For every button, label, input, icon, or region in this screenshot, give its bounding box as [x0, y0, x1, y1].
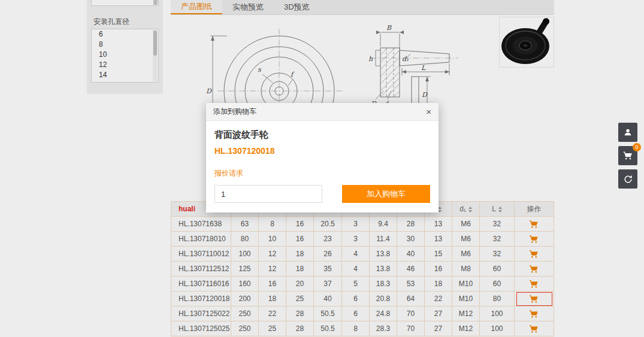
- table-row: HL.1307116016160162037518.35318M1060: [171, 277, 554, 292]
- cart-button[interactable]: 0: [618, 146, 637, 165]
- value-cell: 25: [259, 321, 286, 336]
- value-cell: 18: [286, 262, 314, 277]
- add-to-cart-icon[interactable]: [517, 218, 552, 230]
- tab-photo-preview[interactable]: 实物预览: [222, 0, 274, 14]
- value-cell: M8: [452, 262, 480, 277]
- hole-diameter-listbox[interactable]: 6 8 10 12 14: [91, 29, 159, 83]
- listbox-option[interactable]: 12: [92, 60, 158, 70]
- model-cell: HL.130718010: [171, 232, 231, 247]
- product-code: HL.1307120018: [214, 146, 430, 156]
- add-to-cart-icon[interactable]: [517, 248, 552, 260]
- add-to-cart-modal: 添加到购物车 × 背面波纹手轮 HL.1307120018 报价请求 加入购物车: [206, 103, 439, 212]
- dim-label-L: L: [421, 64, 426, 72]
- value-cell: 3: [342, 232, 370, 247]
- value-cell: 8: [259, 217, 286, 232]
- column-header-L[interactable]: L: [480, 202, 515, 217]
- value-cell: 25: [286, 292, 314, 306]
- cart-icon: [529, 250, 539, 259]
- scrollbar-track[interactable]: [153, 30, 158, 81]
- value-cell: M12: [452, 306, 480, 321]
- value-cell: 37: [314, 277, 342, 292]
- value-cell: 35: [314, 262, 342, 277]
- op-cell: [515, 217, 554, 232]
- value-cell: 8: [342, 321, 370, 336]
- value-cell: 13.8: [370, 262, 397, 277]
- model-cell: HL.1307125022: [171, 306, 231, 321]
- filter-listbox-cutoff[interactable]: [91, 0, 159, 6]
- add-to-cart-icon[interactable]: [517, 263, 552, 275]
- page: 安装孔直径 6 8 10 12 14 产品图纸 实物预览 3D预览: [0, 0, 644, 337]
- tab-product-drawing[interactable]: 产品图纸: [171, 0, 222, 14]
- value-cell: 40: [314, 292, 342, 306]
- scrollbar-thumb[interactable]: [153, 0, 158, 5]
- value-cell: 12: [259, 247, 286, 262]
- dim-label-B: B: [386, 24, 392, 32]
- value-cell: 6: [342, 292, 370, 306]
- value-cell: 13.8: [370, 247, 397, 262]
- value-cell: 125: [231, 262, 259, 277]
- value-cell: 32: [480, 247, 515, 262]
- add-to-cart-button[interactable]: 加入购物车: [342, 185, 430, 203]
- add-to-cart-icon[interactable]: [517, 308, 552, 320]
- column-header-d1[interactable]: d₁: [452, 202, 480, 217]
- product-name: 背面波纹手轮: [214, 129, 430, 141]
- tabs-bar: 产品图纸 实物预览 3D预览: [171, 0, 554, 15]
- dim-label-f: f: [291, 71, 295, 78]
- value-cell: 10: [259, 232, 286, 247]
- modal-body: 背面波纹手轮 HL.1307120018 报价请求 加入购物车: [206, 121, 439, 211]
- value-cell: 23: [314, 232, 342, 247]
- op-cell: [515, 232, 554, 247]
- value-cell: 63: [231, 217, 259, 232]
- add-to-cart-icon[interactable]: [517, 233, 552, 245]
- filter-label: 安装孔直径: [93, 17, 129, 27]
- add-to-cart-icon[interactable]: [517, 278, 552, 290]
- refresh-button[interactable]: [618, 169, 637, 189]
- cart-icon: [529, 280, 539, 289]
- table-row: HL.1307125022250222850.5624.87027M12100: [171, 306, 554, 321]
- listbox-option[interactable]: 14: [92, 70, 158, 80]
- table-row: HL.1307120018200182540620.86422M1080: [171, 292, 554, 306]
- add-to-cart-icon[interactable]: [517, 293, 552, 305]
- op-cell: [515, 247, 554, 262]
- op-cell: [515, 321, 554, 336]
- value-cell: M6: [452, 232, 480, 247]
- listbox-option[interactable]: 10: [92, 50, 158, 60]
- value-cell: 4: [342, 247, 370, 262]
- value-cell: 18.3: [370, 277, 397, 292]
- tab-3d-preview[interactable]: 3D预览: [274, 0, 320, 14]
- value-cell: 18: [286, 247, 314, 262]
- listbox-option[interactable]: 6: [92, 29, 158, 40]
- value-cell: 200: [231, 292, 259, 306]
- value-cell: 13: [425, 217, 452, 232]
- value-cell: 9.4: [370, 217, 397, 232]
- scrollbar-thumb[interactable]: [153, 31, 157, 56]
- value-cell: 16: [259, 277, 286, 292]
- value-cell: 6: [342, 306, 370, 321]
- cart-icon: [529, 309, 539, 318]
- value-cell: 22: [425, 292, 452, 306]
- account-button[interactable]: [618, 123, 637, 142]
- value-cell: 30: [397, 232, 425, 247]
- product-photo[interactable]: [499, 17, 554, 68]
- cart-badge: 0: [633, 143, 641, 151]
- value-cell: 46: [397, 262, 425, 277]
- refresh-icon: [623, 174, 633, 184]
- table-row: HL.1307110012100121826413.84015M632: [171, 247, 554, 262]
- value-cell: 28.3: [370, 321, 397, 336]
- value-cell: 40: [397, 247, 425, 262]
- quote-request-link[interactable]: 报价请求: [214, 168, 243, 178]
- cart-icon: [529, 235, 539, 244]
- value-cell: 27: [425, 306, 452, 321]
- close-icon[interactable]: ×: [426, 107, 431, 116]
- value-cell: 13: [425, 232, 452, 247]
- add-to-cart-icon[interactable]: [517, 323, 552, 335]
- sort-icon: [468, 207, 472, 212]
- listbox-option[interactable]: 8: [92, 40, 158, 50]
- column-header-label: L: [492, 205, 496, 213]
- quantity-input[interactable]: [214, 185, 322, 203]
- modal-title: 添加到购物车: [213, 107, 256, 117]
- op-cell: [515, 262, 554, 277]
- op-cell: [515, 292, 554, 306]
- value-cell: 60: [480, 262, 515, 277]
- value-cell: 22: [259, 306, 286, 321]
